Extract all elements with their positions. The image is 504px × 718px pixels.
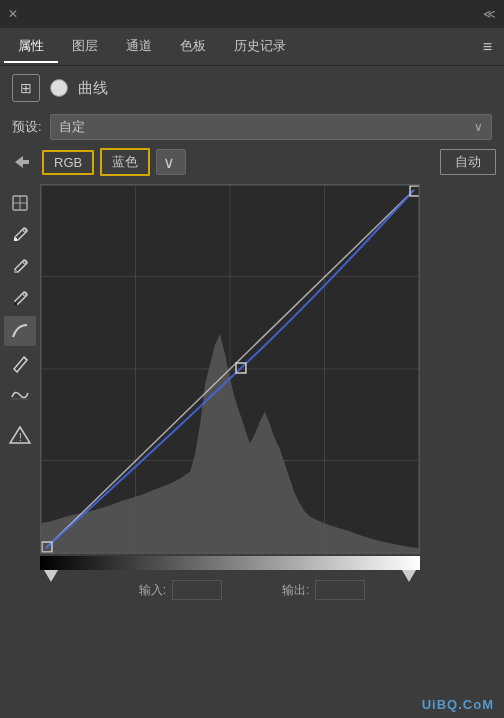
- panel-dot: [50, 79, 68, 97]
- tabs-menu-button[interactable]: ≡: [475, 38, 500, 56]
- smooth-tool[interactable]: [4, 380, 36, 410]
- svg-rect-24: [410, 186, 419, 196]
- panel-icon: ⊞: [12, 74, 40, 102]
- main-area: !: [0, 184, 504, 572]
- expand-button[interactable]: ≪: [483, 7, 496, 21]
- output-field: 输出:: [282, 580, 365, 600]
- curve-svg: [41, 185, 419, 553]
- tabs-row: 属性 图层 通道 色板 历史记录 ≡: [0, 28, 504, 66]
- close-button[interactable]: ✕: [8, 7, 18, 21]
- preset-row: 预设: 自定 ∨: [0, 110, 504, 148]
- eyedropper-black-tool[interactable]: [4, 284, 36, 314]
- preset-value: 自定: [59, 118, 85, 136]
- dropdown-chevron-icon: ∨: [163, 153, 175, 172]
- output-value[interactable]: [315, 580, 365, 600]
- eyedropper-gray-tool[interactable]: [4, 252, 36, 282]
- pointer-tool[interactable]: [4, 188, 36, 218]
- svg-rect-7: [14, 270, 17, 273]
- input-field: 输入:: [139, 580, 222, 600]
- channel-arrow-icon[interactable]: [8, 148, 36, 176]
- channel-row: RGB 蓝色 ∨ 自动: [0, 148, 504, 184]
- pencil-tool[interactable]: [4, 348, 36, 378]
- curve-canvas[interactable]: [40, 184, 420, 554]
- gradient-slider[interactable]: [40, 556, 420, 572]
- left-slider-thumb[interactable]: [44, 570, 58, 582]
- tools-column: !: [0, 184, 40, 572]
- preset-label: 预设:: [12, 118, 42, 136]
- panel-title: 曲线: [78, 79, 108, 98]
- rgb-button[interactable]: RGB: [42, 150, 94, 175]
- io-row: 输入: 输出:: [0, 572, 504, 604]
- svg-rect-9: [14, 302, 17, 305]
- panel-header: ⊞ 曲线: [0, 66, 504, 110]
- chevron-down-icon: ∨: [474, 120, 483, 134]
- tab-channels[interactable]: 通道: [112, 31, 166, 63]
- preset-select[interactable]: 自定 ∨: [50, 114, 492, 140]
- title-bar: ✕ ≪: [0, 0, 504, 28]
- svg-rect-5: [14, 238, 17, 241]
- curve-tool[interactable]: [4, 316, 36, 346]
- input-value[interactable]: [172, 580, 222, 600]
- tab-history[interactable]: 历史记录: [220, 31, 300, 63]
- input-label: 输入:: [139, 582, 166, 599]
- svg-text:!: !: [19, 432, 22, 443]
- eyedropper-white-tool[interactable]: [4, 220, 36, 250]
- curve-area: [40, 184, 496, 572]
- tab-properties[interactable]: 属性: [4, 31, 58, 63]
- auto-button[interactable]: 自动: [440, 149, 496, 175]
- blue-channel-button[interactable]: 蓝色: [100, 148, 150, 176]
- svg-marker-0: [15, 156, 29, 168]
- warning-tool[interactable]: !: [4, 420, 36, 450]
- watermark: UiBQ.CoM: [422, 697, 494, 712]
- tab-layers[interactable]: 图层: [58, 31, 112, 63]
- right-slider-thumb[interactable]: [402, 570, 416, 582]
- tab-swatches[interactable]: 色板: [166, 31, 220, 63]
- svg-line-10: [24, 357, 27, 360]
- output-label: 输出:: [282, 582, 309, 599]
- channel-dropdown[interactable]: ∨: [156, 149, 186, 175]
